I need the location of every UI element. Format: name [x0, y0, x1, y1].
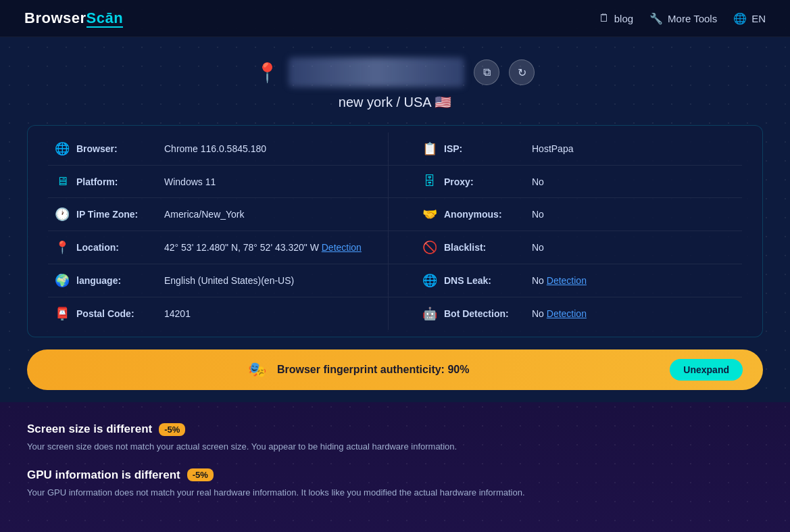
dns-label: DNS Leak:: [444, 275, 525, 286]
language-value: English (United States)(en-US): [164, 275, 294, 286]
location-col: 📍 Location: 42° 53' 12.480" N, 78° 52' 4…: [48, 231, 389, 264]
isp-col: 📋 ISP: HostPapa: [389, 132, 742, 165]
screen-warning-title: Screen size is different: [27, 422, 152, 436]
fingerprint-left: 🎭 Browser fingerprint authenticity: 90%: [47, 361, 670, 379]
logo: BrowserScān: [24, 9, 123, 27]
platform-icon: 🖥: [55, 174, 70, 189]
location-label: Location:: [76, 242, 157, 253]
dns-detection-link[interactable]: Detection: [547, 275, 587, 286]
main-content: 📍 ⧉ ↻ new york / USA 🇺🇸 🌐 Browser: Chrom…: [0, 37, 790, 390]
language-icon: 🌍: [55, 273, 70, 288]
proxy-label: Proxy:: [444, 176, 525, 187]
location-icon: 📍: [55, 240, 70, 255]
warning-title-row: Screen size is different -5%: [27, 422, 763, 436]
bot-detection-link[interactable]: Detection: [547, 308, 587, 319]
proxy-col: 🗄 Proxy: No: [389, 166, 742, 197]
isp-value: HostPapa: [532, 143, 573, 154]
proxy-value: No: [532, 176, 544, 187]
table-row: 📮 Postal Code: 14201 🤖 Bot Detection: No…: [48, 297, 742, 330]
fingerprint-bar: 🎭 Browser fingerprint authenticity: 90% …: [27, 349, 763, 390]
info-card: 🌐 Browser: Chrome 116.0.5845.180 📋 ISP: …: [27, 125, 763, 337]
gpu-warning-desc: Your GPU information does not match your…: [27, 486, 763, 500]
unexpand-button[interactable]: Unexpand: [670, 359, 743, 381]
more-tools-link[interactable]: 🔧 More Tools: [649, 12, 717, 25]
language-label: EN: [751, 13, 766, 24]
browser-icon: 🌐: [55, 141, 70, 156]
location-text: new york / USA 🇺🇸: [339, 94, 451, 110]
anonymous-label: Anonymous:: [444, 209, 525, 220]
timezone-value: America/New_York: [164, 209, 245, 220]
table-row: 🖥 Platform: Windows 11 🗄 Proxy: No: [48, 166, 742, 198]
table-row: 📍 Location: 42° 53' 12.480" N, 78° 52' 4…: [48, 231, 742, 264]
anonymous-value: No: [532, 209, 544, 220]
ip-section: 📍 ⧉ ↻ new york / USA 🇺🇸: [27, 57, 763, 110]
more-tools-label: More Tools: [668, 13, 717, 24]
refresh-ip-button[interactable]: ↻: [509, 59, 535, 85]
screen-warning-desc: Your screen size does not match your act…: [27, 440, 763, 454]
blog-label: blog: [614, 13, 633, 24]
fingerprint-text: Browser fingerprint authenticity: 90%: [277, 364, 470, 376]
table-row: 🌐 Browser: Chrome 116.0.5845.180 📋 ISP: …: [48, 132, 742, 166]
anonymous-icon: 🤝: [422, 207, 437, 222]
browser-value: Chrome 116.0.5845.180: [164, 143, 266, 154]
platform-value: Windows 11: [164, 176, 216, 187]
gpu-warning-title-row: GPU information is different -5%: [27, 468, 763, 482]
bottom-section: Screen size is different -5% Your screen…: [0, 402, 790, 532]
blog-icon: 🗒: [599, 12, 610, 24]
timezone-label: IP Time Zone:: [76, 209, 157, 220]
screen-warning-badge: -5%: [159, 423, 185, 436]
dns-icon: 🌐: [422, 273, 437, 288]
location-value: 42° 53' 12.480" N, 78° 52' 43.320" W Det…: [164, 242, 362, 253]
postal-value: 14201: [164, 308, 191, 319]
timezone-col: 🕐 IP Time Zone: America/New_York: [48, 198, 389, 231]
logo-scan: Scān: [87, 9, 124, 28]
ip-row: 📍 ⧉ ↻: [255, 57, 535, 87]
postal-col: 📮 Postal Code: 14201: [48, 297, 389, 330]
postal-icon: 📮: [55, 306, 70, 321]
language-selector[interactable]: 🌐 EN: [733, 12, 766, 25]
bot-icon: 🤖: [422, 306, 437, 321]
anonymous-col: 🤝 Anonymous: No: [389, 198, 742, 231]
blacklist-value: No: [532, 242, 544, 253]
ip-address-blurred: [289, 57, 464, 87]
bot-value: No Detection: [532, 308, 587, 319]
bot-col: 🤖 Bot Detection: No Detection: [389, 297, 742, 330]
table-row: 🌍 language: English (United States)(en-U…: [48, 264, 742, 297]
browser-col: 🌐 Browser: Chrome 116.0.5845.180: [48, 132, 389, 165]
browser-label: Browser:: [76, 143, 157, 154]
blog-link[interactable]: 🗒 blog: [599, 12, 633, 24]
platform-label: Platform:: [76, 176, 157, 187]
blacklist-label: Blacklist:: [444, 242, 525, 253]
dns-value: No Detection: [532, 275, 587, 286]
tools-icon: 🔧: [649, 12, 663, 25]
blacklist-col: 🚫 Blacklist: No: [389, 231, 742, 264]
warning-item-gpu: GPU information is different -5% Your GP…: [27, 468, 763, 500]
location-detection-link[interactable]: Detection: [322, 242, 362, 253]
pin-icon: 📍: [255, 62, 279, 84]
isp-label: ISP:: [444, 143, 525, 154]
language-label: language:: [76, 275, 157, 286]
nav-right: 🗒 blog 🔧 More Tools 🌐 EN: [599, 12, 766, 25]
postal-label: Postal Code:: [76, 308, 157, 319]
globe-icon: 🌐: [733, 12, 747, 25]
proxy-icon: 🗄: [422, 174, 437, 189]
fingerprint-icon: 🎭: [248, 361, 266, 379]
language-col: 🌍 language: English (United States)(en-U…: [48, 264, 389, 297]
blacklist-icon: 🚫: [422, 240, 437, 255]
isp-icon: 📋: [422, 141, 437, 156]
platform-col: 🖥 Platform: Windows 11: [48, 166, 389, 197]
copy-ip-button[interactable]: ⧉: [474, 59, 499, 85]
table-row: 🕐 IP Time Zone: America/New_York 🤝 Anony…: [48, 198, 742, 231]
bot-label: Bot Detection:: [444, 308, 525, 319]
dns-col: 🌐 DNS Leak: No Detection: [389, 264, 742, 297]
timezone-icon: 🕐: [55, 207, 70, 222]
warning-item-screen: Screen size is different -5% Your screen…: [27, 422, 763, 454]
gpu-warning-title: GPU information is different: [27, 468, 180, 482]
gpu-warning-badge: -5%: [187, 468, 214, 481]
navbar: BrowserScān 🗒 blog 🔧 More Tools 🌐 EN: [0, 0, 790, 37]
